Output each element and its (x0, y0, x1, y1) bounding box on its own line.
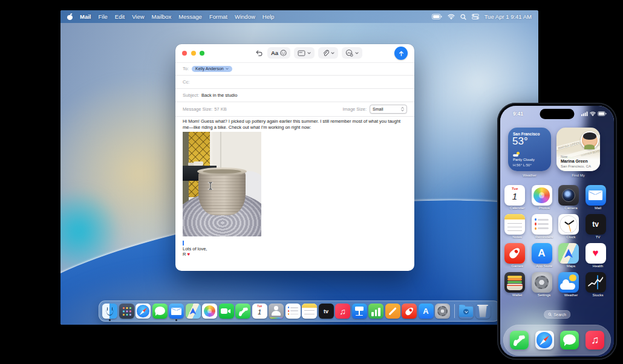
iphone-dock-messages[interactable] (560, 331, 579, 349)
dock-item-contacts[interactable] (269, 304, 284, 319)
dock-item-maps[interactable] (186, 304, 201, 319)
menu-message[interactable]: Message (178, 13, 202, 20)
apple-menu-icon[interactable] (67, 13, 73, 20)
numbers-icon (368, 304, 383, 319)
format-text-button[interactable]: Aa (271, 50, 278, 56)
insert-photo-button[interactable] (342, 47, 362, 59)
dock-item-finder[interactable] (102, 304, 117, 319)
dock-item-keynote[interactable] (352, 304, 367, 319)
find-my-widget[interactable]: MARINA GREEN DR MARINA BLVD Now Marina G… (556, 128, 600, 171)
iphone-app-settings[interactable]: Settings (532, 272, 557, 299)
iphone-app-calendar[interactable]: Tue1Calendar (504, 185, 530, 212)
dock-item-games[interactable] (402, 304, 417, 319)
iphone-app-wallet[interactable]: Wallet (504, 272, 530, 299)
settings-gear-icon (435, 304, 450, 319)
dock-item-notes[interactable] (302, 304, 317, 319)
iphone-screen: 9:41 San Francisco 53° Partly Cloudy H:5… (500, 106, 614, 357)
to-field[interactable]: To: Kelly Anderson (175, 62, 414, 76)
iphone-app-reminders[interactable]: Reminders (532, 214, 557, 241)
pages-icon (385, 304, 400, 319)
compose-toolbar: Aa (175, 44, 414, 63)
dock-item-phone[interactable] (235, 304, 250, 319)
mail-icon (169, 304, 184, 319)
dock-item-trash[interactable] (475, 304, 491, 319)
iphone-app-games[interactable]: Games (504, 243, 530, 270)
undo-button[interactable] (255, 49, 263, 57)
menu-edit[interactable]: Edit (115, 13, 125, 20)
menu-mailbox[interactable]: Mailbox (152, 13, 172, 20)
signature-line: R ♥ (183, 251, 190, 258)
minimize-window-button[interactable] (191, 51, 196, 56)
widget-label-weather: Weather (508, 174, 551, 177)
search-icon (548, 313, 552, 316)
iphone-app-notes[interactable]: Notes (504, 214, 530, 241)
menu-window[interactable]: Window (235, 13, 255, 20)
weather-widget[interactable]: San Francisco 53° Partly Cloudy H:56° L:… (508, 128, 551, 171)
iphone-dock-music[interactable]: ♫ (585, 331, 604, 349)
control-center-icon[interactable] (472, 14, 479, 19)
phone-icon (235, 304, 250, 319)
close-window-button[interactable] (182, 51, 187, 56)
iphone-app-health[interactable]: ♥Health (585, 243, 611, 270)
send-button[interactable] (394, 47, 408, 60)
dock-item-reminders[interactable] (285, 304, 301, 319)
maps-icon (558, 243, 579, 264)
iphone-app-weather[interactable]: Weather (558, 272, 584, 299)
zoom-window-button[interactable] (200, 51, 204, 56)
iphone-app-appstore[interactable]: AApp Store (532, 243, 557, 270)
recipient-token[interactable]: Kelly Anderson (192, 66, 232, 72)
dock-item-mail[interactable] (169, 304, 184, 319)
dock-item-downloads[interactable] (458, 304, 474, 319)
dock-item-safari[interactable] (135, 304, 151, 319)
dock-item-launchpad[interactable] (119, 304, 134, 319)
menu-clock[interactable]: Tue Apr 1 9:41 AM (484, 13, 532, 20)
cc-field[interactable]: Cc: (175, 76, 414, 89)
wifi-icon[interactable] (448, 14, 455, 19)
iphone-app-mail[interactable]: Mail (585, 185, 611, 212)
iphone-dock-phone[interactable] (510, 331, 529, 349)
iphone-app-camera[interactable]: Camera (558, 185, 584, 212)
battery-icon[interactable] (432, 14, 442, 19)
menu-help[interactable]: Help (263, 13, 275, 20)
menu-file[interactable]: File (98, 13, 107, 20)
dock-item-calendar[interactable]: Tue1 (252, 304, 267, 319)
menu-view[interactable]: View (132, 13, 144, 20)
health-heart-icon: ♥ (585, 243, 606, 264)
iphone-app-tv[interactable]: tvTV (585, 214, 611, 241)
music-icon: ♫ (585, 331, 604, 349)
dock-item-messages[interactable] (152, 304, 168, 319)
dock-item-tv[interactable]: tv (319, 304, 334, 319)
search-icon[interactable] (460, 14, 466, 20)
iphone-app-stocks[interactable]: Stocks (585, 272, 611, 299)
dock-item-settings[interactable] (435, 304, 450, 319)
calendar-icon: Tue1 (252, 304, 267, 319)
iphone-dock-safari[interactable] (535, 331, 554, 349)
dock-item-appstore[interactable]: A (419, 304, 434, 319)
iphone-app-maps[interactable]: Maps (558, 243, 584, 270)
header-fields-button[interactable] (294, 47, 315, 59)
message-body[interactable]: Hi Mom! Guess what? I picked up pottery … (175, 117, 414, 271)
dock-item-numbers[interactable] (368, 304, 383, 319)
dock-item-music[interactable]: ♫ (335, 304, 350, 319)
messages-icon (152, 304, 168, 319)
dock-item-facetime[interactable] (219, 304, 234, 319)
menu-format[interactable]: Format (209, 13, 227, 20)
message-size-label: Message Size: (183, 106, 212, 112)
iphone-app-clock[interactable]: Clock (558, 214, 584, 241)
weather-temperature: 53° (512, 135, 528, 148)
find-my-info: Now Marina Green San Francisco, CA (556, 151, 600, 171)
subject-field[interactable]: Subject: Back in the studio (175, 89, 414, 102)
menu-app-name[interactable]: Mail (80, 13, 91, 20)
attach-file-button[interactable] (318, 47, 338, 59)
menu-bar: Mail File Edit View Mailbox Message Form… (60, 10, 538, 23)
pottery-photo-attachment[interactable] (183, 132, 261, 236)
emoji-button[interactable] (280, 48, 287, 59)
iphone-app-photos[interactable]: Photos (532, 185, 557, 212)
facetime-icon (219, 304, 234, 319)
spotlight-search-pill[interactable]: Search (544, 310, 570, 319)
dock-item-photos[interactable] (202, 304, 217, 319)
image-size-select[interactable]: Small (370, 105, 407, 114)
notes-icon (504, 214, 525, 235)
downloads-folder-icon (458, 304, 474, 319)
dock-item-pages[interactable] (385, 304, 400, 319)
